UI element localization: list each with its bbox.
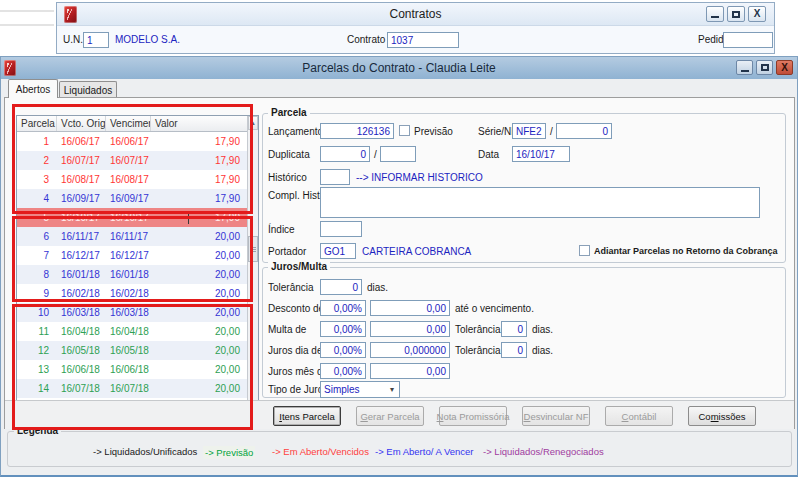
button-nota-promissoria[interactable]: Nota Promissória [439,406,507,426]
column-header-valor[interactable]: Valor [151,116,247,131]
juros-dia-pct-field[interactable]: 0,00% [320,342,366,358]
un-field[interactable]: 1 [83,32,109,48]
minimize-button[interactable] [736,60,753,75]
desktop: Contratos X U.N. 1 MODELO S.A. Contrato … [0,0,800,482]
minimize-button[interactable] [706,6,724,22]
column-header-parcela[interactable]: Parcela [17,116,57,131]
table-cell: 16/04/18 [106,322,151,341]
juros-mes-valor-field[interactable]: 0,00 [370,363,450,379]
table-cell: 16/03/18 [57,303,106,322]
table-row[interactable]: 1116/04/1816/04/1820,00 [17,322,247,341]
table-cell: 9 [17,284,57,303]
button-desvincular-nf[interactable]: Desvincular NF [522,406,590,426]
indice-field[interactable] [320,221,362,237]
scroll-up-icon[interactable]: ▲ [248,116,258,130]
table-cell: 16/05/18 [57,341,106,360]
data-label: Data [478,149,499,160]
table-cell: 20,00 [151,379,247,398]
table-row[interactable]: 1016/03/1816/03/1820,00 [17,303,247,322]
action-buttons-strip: Itens ParcelaGerar ParcelaNota Promissór… [5,400,794,429]
table-cell: 16/07/18 [106,379,151,398]
pedido-field[interactable] [723,32,773,48]
column-header-vencimento[interactable]: Vencimento [106,116,151,131]
tolerancia-field[interactable]: 0 [320,279,362,295]
duplicata-seq-field[interactable] [380,146,416,162]
table-row[interactable]: 116/06/1716/06/1717,90 [17,132,247,151]
table-cell: 11 [17,322,57,341]
column-header-vcto-orig[interactable]: Vcto. Orig [57,116,106,131]
juros-dia-valor-field[interactable]: 0,000000 [370,342,450,358]
portador-field[interactable]: GO1 [320,243,356,259]
table-row[interactable]: 416/09/1716/09/1717,90 [17,189,247,208]
legend-item: -> Liquidados/Renegociados [483,446,604,457]
juros-mes-pct-field[interactable]: 0,00% [320,363,366,379]
table-row[interactable]: 1216/05/1816/05/1820,00 [17,341,247,360]
tolerancia-label: Tolerância [268,282,314,293]
table-row[interactable]: 216/07/1716/07/1717,90 [17,151,247,170]
close-button[interactable]: X [776,60,793,75]
contratos-titlebar: Contratos X [57,3,774,26]
table-cell: 16/07/18 [57,379,106,398]
multa-dias-label: dias. [532,324,553,335]
table-row[interactable]: 1416/07/1816/07/1820,00 [17,379,247,398]
table-cell: 20,00 [151,341,247,360]
table-cell: 17,90 [151,208,247,227]
legend-item: -> Em Aberto/Vencidos [272,446,369,457]
tab-abertos[interactable]: Abertos [8,79,58,98]
table-cell: 16/07/17 [106,151,151,170]
tipo-juros-value: Simples [321,384,385,395]
maximize-button[interactable] [727,6,745,22]
legend-item: -> Em Aberto/ A Vencer [375,446,474,457]
button-itens-parcela[interactable]: Itens Parcela [273,406,341,426]
table-row[interactable]: 716/12/1716/12/1720,00 [17,246,247,265]
duplicata-field[interactable]: 0 [320,146,370,162]
table-row[interactable]: 316/08/1716/08/1717,90 [17,170,247,189]
lancamento-label: Lançamento [268,126,323,137]
table-cell: 10 [17,303,57,322]
minimize-icon [741,70,749,72]
juros-dia-label: Juros dia de [268,345,322,356]
table-cell: 7 [17,246,57,265]
table-header: Parcela Vcto. Orig Vencimento Valor [17,116,247,132]
table-row[interactable]: 816/01/1816/01/1820,00 [17,265,247,284]
table-row[interactable]: 1316/06/1816/06/1820,00 [17,360,247,379]
contrato-field[interactable]: 1037 [387,32,459,48]
multa-valor-field[interactable]: 0,00 [370,321,450,337]
multa-pct-field[interactable]: 0,00% [320,321,366,337]
table-cell: 20,00 [151,246,247,265]
table-row[interactable]: 516/10/1716/10/1717,90 [17,208,247,227]
compl-historico-textarea[interactable] [320,187,760,218]
button-gerar-parcela[interactable]: Gerar Parcela [356,406,424,426]
nf-field[interactable]: 0 [556,123,612,139]
desconto-label: Desconto de [268,303,324,314]
desconto-valor-field[interactable]: 0,00 [370,300,450,316]
parcelas-table: Parcela Vcto. Orig Vencimento Valor 116/… [16,115,259,418]
desconto-pct-field[interactable]: 0,00% [320,300,366,316]
table-cell: 17,90 [151,132,247,151]
data-field[interactable]: 16/10/17 [512,146,570,162]
table-cell: 16/10/17 [57,208,106,227]
company-name: MODELO S.A. [115,34,180,45]
table-cell: 17,90 [151,170,247,189]
lancamento-field[interactable]: 126136 [320,123,394,139]
table-cell: 17,90 [151,151,247,170]
juros-dia-tolerancia-field[interactable]: 0 [501,342,527,358]
button-comissoes[interactable]: Comissões [688,406,756,426]
tipo-juros-select[interactable]: Simples ▾ [320,381,400,398]
previsao-checkbox[interactable] [399,125,410,136]
button-contabil[interactable]: Contábil [605,406,673,426]
scrollbar-thumb[interactable] [248,236,258,262]
table-cell: 16/09/17 [106,189,151,208]
table-scrollbar[interactable]: ▲ ▼ [247,116,258,417]
maximize-button[interactable] [756,60,773,75]
table-row[interactable]: 616/11/1716/11/1720,00 [17,227,247,246]
serie-field[interactable]: NFE2 [512,123,546,139]
table-row[interactable]: 916/02/1816/02/1820,00 [17,284,247,303]
table-cell: 17,90 [151,189,247,208]
table-cell: 16/12/17 [57,246,106,265]
adiantar-checkbox[interactable] [579,245,590,256]
historico-field[interactable] [320,169,350,185]
close-button[interactable]: X [748,6,766,22]
tab-liquidados[interactable]: Liquidados [59,81,117,98]
multa-tolerancia-field[interactable]: 0 [501,321,527,337]
